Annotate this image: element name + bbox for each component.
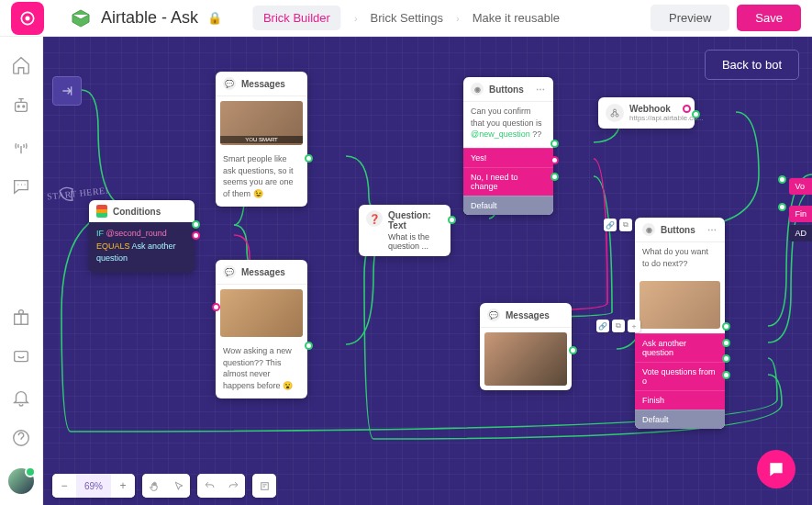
entry-node[interactable] xyxy=(52,76,82,106)
link-icon[interactable]: 🔗 xyxy=(604,219,617,231)
node-messages-1[interactable]: 💬Messages YOU SMART Smart people like as… xyxy=(216,72,307,207)
link-icon[interactable]: 🔗 xyxy=(596,320,609,332)
traffic-light-icon xyxy=(96,205,107,218)
broadcast-icon[interactable] xyxy=(11,136,31,156)
output-port[interactable] xyxy=(722,339,730,347)
intercom-chat-button[interactable] xyxy=(757,450,795,488)
button-option-no[interactable]: No, I need to change xyxy=(463,167,553,196)
node-actions: 🔗 ⧉ xyxy=(604,219,632,231)
node-text: What is the question ... xyxy=(388,232,443,251)
node-actions: 🔗 ⧉ ＋ xyxy=(596,320,640,332)
node-title: Question: Text xyxy=(388,210,443,230)
node-buttons-2[interactable]: ◉Buttons⋯ What do you want to do next?? … xyxy=(635,218,725,429)
buttons-icon: ◉ xyxy=(471,83,484,95)
tab-brick-settings[interactable]: Brick Settings xyxy=(371,11,443,25)
node-title: Buttons xyxy=(489,84,524,95)
output-port[interactable] xyxy=(722,371,730,379)
node-webhook[interactable]: Webhookhttps://api.airtable.co... xyxy=(598,97,695,129)
question-icon: ❓ xyxy=(366,210,383,227)
header-tabs: Brick Builder › Brick Settings › Make it… xyxy=(252,6,560,30)
more-icon[interactable]: ⋯ xyxy=(707,225,717,235)
node-buttons-1[interactable]: ◉Buttons⋯ Can you confirm that you quest… xyxy=(463,77,553,215)
pointer-tool-button[interactable] xyxy=(166,474,190,498)
button-option-default[interactable]: Default xyxy=(463,196,553,215)
preview-button[interactable]: Preview xyxy=(651,5,729,31)
bell-icon[interactable] xyxy=(11,387,31,408)
node-conditions[interactable]: Conditions IF @second_round EQUALS Ask a… xyxy=(89,200,195,273)
node-text: What do you want to do next?? xyxy=(635,242,725,276)
output-port-else[interactable] xyxy=(192,231,200,240)
page-title: Airtable - Ask xyxy=(101,8,198,28)
button-option-vote[interactable]: Vote questions from o xyxy=(635,362,725,390)
message-icon: 💬 xyxy=(487,309,500,321)
button-option-finish[interactable]: Finish xyxy=(635,390,725,410)
flow-canvas[interactable]: Back to bot START HERE! 💬Me xyxy=(43,37,812,505)
note-button[interactable] xyxy=(252,474,276,498)
offscreen-nodes: Vo Fin AD xyxy=(789,170,812,244)
offscreen-add[interactable]: AD xyxy=(789,225,812,241)
node-text: Can you confirm that you question is @ne… xyxy=(463,102,553,148)
hand-tool-button[interactable] xyxy=(142,474,166,498)
zoom-in-button[interactable]: + xyxy=(111,474,135,498)
node-title: Buttons xyxy=(661,225,695,235)
help-icon[interactable] xyxy=(11,428,31,448)
chat-icon[interactable] xyxy=(11,176,31,196)
save-button[interactable]: Save xyxy=(737,5,801,31)
undo-button[interactable] xyxy=(197,474,221,498)
svg-point-1 xyxy=(26,16,30,20)
left-sidebar xyxy=(0,37,43,505)
chevron-right-icon: › xyxy=(456,13,460,24)
redo-button[interactable] xyxy=(221,474,245,498)
offscreen-vote[interactable]: Vo xyxy=(789,178,812,195)
add-icon[interactable]: ＋ xyxy=(628,320,640,332)
copy-icon[interactable]: ⧉ xyxy=(612,320,625,332)
user-avatar[interactable] xyxy=(8,468,34,494)
node-messages-3[interactable]: 💬Messages xyxy=(480,303,572,390)
button-option-yes[interactable]: Yes! xyxy=(463,148,553,167)
node-title: Messages xyxy=(241,267,285,277)
node-image xyxy=(484,332,567,386)
node-image: YOU SMART xyxy=(220,101,303,145)
feedback-icon[interactable] xyxy=(11,347,31,367)
zoom-out-button[interactable]: − xyxy=(52,474,76,498)
gift-icon[interactable] xyxy=(11,307,31,327)
output-port[interactable] xyxy=(722,354,730,363)
svg-rect-11 xyxy=(261,482,268,489)
output-port[interactable] xyxy=(569,346,577,354)
output-port[interactable] xyxy=(305,154,313,163)
condition-expression: IF @second_round EQUALS Ask another ques… xyxy=(89,222,195,273)
output-port[interactable] xyxy=(551,140,559,148)
offscreen-finish[interactable]: Fin xyxy=(789,206,812,222)
button-option-default[interactable]: Default xyxy=(635,410,725,429)
lock-icon: 🔒 xyxy=(207,11,222,25)
message-icon: 💬 xyxy=(223,265,236,278)
node-question[interactable]: ❓ Question: TextWhat is the question ... xyxy=(359,205,450,256)
tab-brick-builder[interactable]: Brick Builder xyxy=(252,6,341,30)
output-port[interactable] xyxy=(683,105,691,113)
button-option-ask[interactable]: Ask another question xyxy=(635,333,725,362)
svg-point-4 xyxy=(23,106,25,107)
node-text: Smart people like ask questions, so it s… xyxy=(216,150,307,207)
svg-rect-6 xyxy=(15,352,28,362)
node-title: Conditions xyxy=(113,207,161,217)
more-icon[interactable]: ⋯ xyxy=(536,84,546,95)
output-port[interactable] xyxy=(192,220,200,229)
app-logo[interactable] xyxy=(11,2,44,35)
output-port[interactable] xyxy=(722,322,730,331)
node-image xyxy=(220,289,303,337)
zoom-level[interactable]: 69% xyxy=(76,474,111,498)
svg-point-3 xyxy=(17,106,19,107)
copy-icon[interactable]: ⧉ xyxy=(619,219,632,231)
output-port[interactable] xyxy=(305,342,313,350)
node-text: Wow asking a new question?? This almost … xyxy=(216,342,307,398)
output-port[interactable] xyxy=(448,216,456,224)
back-to-bot-button[interactable]: Back to bot xyxy=(705,50,799,80)
bot-icon[interactable] xyxy=(11,95,31,116)
tab-make-reusable[interactable]: Make it reusable xyxy=(473,11,560,25)
output-port[interactable] xyxy=(692,110,700,118)
node-messages-2[interactable]: 💬Messages Wow asking a new question?? Th… xyxy=(216,260,307,398)
input-port[interactable] xyxy=(212,303,220,311)
output-port[interactable] xyxy=(551,156,559,164)
output-port[interactable] xyxy=(551,173,559,181)
home-icon[interactable] xyxy=(11,55,31,75)
